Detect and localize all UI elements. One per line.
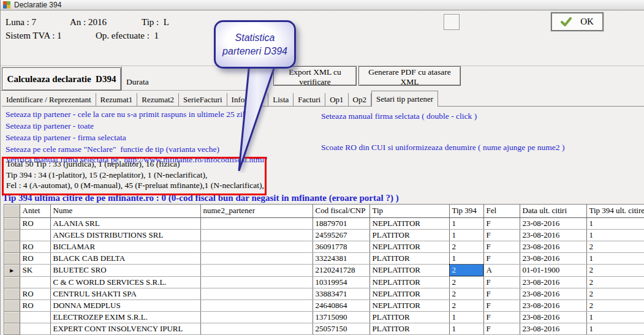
table-cell[interactable] (200, 288, 313, 299)
table-cell[interactable]: 2 (586, 264, 644, 276)
row-selector[interactable] (4, 299, 20, 311)
row-selector-current[interactable]: ► (4, 264, 20, 276)
table-cell[interactable]: 23-08-2016 (520, 229, 586, 241)
export-xml-button[interactable]: Export XML cu verificare (273, 66, 357, 86)
table-cell[interactable]: 25057150 (313, 323, 369, 334)
table-cell[interactable] (200, 276, 313, 288)
table-cell[interactable]: ANGELS DISTRIBUTIONS SRL (50, 229, 200, 241)
tab-seriefacturi[interactable]: SerieFacturi (179, 93, 227, 106)
column-header[interactable]: Data ult. citiri (520, 205, 586, 217)
table-cell[interactable]: BICLAMAR (50, 241, 200, 252)
link-set-partner-all[interactable]: Seteaza tip partener - toate (6, 121, 94, 131)
table-cell[interactable]: 1 (449, 311, 483, 323)
table-cell[interactable] (200, 229, 313, 241)
table-cell[interactable]: F (483, 288, 520, 299)
table-cell[interactable]: 2 (586, 299, 644, 311)
table-cell[interactable]: RO (20, 252, 50, 264)
table-cell[interactable]: F (483, 311, 520, 323)
table-cell[interactable] (200, 311, 313, 323)
table-cell[interactable]: 18879701 (313, 217, 369, 229)
row-selector[interactable] (4, 229, 20, 241)
table-cell[interactable]: 2120241728 (313, 264, 369, 276)
table-cell[interactable]: F (483, 323, 520, 334)
table-cell[interactable]: NEPLATITOR (369, 264, 449, 276)
row-selector[interactable] (4, 323, 20, 334)
ok-button[interactable]: OK (551, 12, 604, 31)
table-cell[interactable]: 2 (586, 241, 644, 252)
tab-op2[interactable]: Op2 (349, 93, 371, 106)
tab-facturi[interactable]: Facturi (294, 93, 325, 106)
table-cell[interactable]: RO (20, 241, 50, 252)
table-cell[interactable]: PLATITOR (369, 252, 449, 264)
generate-pdf-button[interactable]: Generare PDF cu atasare XML (358, 66, 461, 86)
table-cell[interactable]: PLATITOR (369, 311, 449, 323)
selected-cell[interactable]: 2 (449, 264, 483, 276)
table-cell[interactable] (200, 241, 313, 252)
table-cell[interactable]: RO (20, 299, 50, 311)
table-cell[interactable]: 2 (449, 276, 483, 288)
table-cell[interactable]: RO (20, 288, 50, 299)
tab-rezumat1[interactable]: Rezumat1 (96, 93, 138, 106)
link-set-neclare[interactable]: Seteaza pe cele ramase "Neclare" functie… (6, 145, 219, 154)
table-cell[interactable]: 1 (449, 229, 483, 241)
table-cell[interactable]: 2 (586, 288, 644, 299)
column-header[interactable]: Tip 394 ult. citire (586, 205, 644, 217)
link-set-manual-firm[interactable]: Seteaza manual firma selctata ( double -… (321, 111, 477, 121)
table-cell[interactable]: BLACK CAB DELTA (50, 252, 200, 264)
table-cell[interactable]: NEPLATITOR (369, 276, 449, 288)
row-selector[interactable] (4, 311, 20, 323)
column-header[interactable]: Fel (483, 205, 520, 217)
table-cell[interactable]: EXPERT CONT INSOLVENCY IPURL (50, 323, 200, 334)
table-cell[interactable]: 2 (449, 299, 483, 311)
row-selector[interactable] (4, 288, 20, 299)
table-cell[interactable] (200, 264, 313, 276)
table-cell[interactable]: 23-08-2016 (520, 299, 586, 311)
small-checkbox[interactable] (444, 14, 460, 30)
link-remove-ro-cui[interactable]: Scoate RO din CUI si uniformizeaza denum… (321, 143, 564, 152)
table-cell[interactable] (20, 229, 50, 241)
table-cell[interactable]: F (483, 299, 520, 311)
column-header[interactable]: Tip 394 (449, 205, 483, 217)
row-selector[interactable] (4, 217, 20, 229)
table-cell[interactable]: 1 (586, 217, 644, 229)
table-cell[interactable]: 2 (449, 241, 483, 252)
table-cell[interactable]: DONNA MEDPLUS (50, 299, 200, 311)
table-cell[interactable] (20, 323, 50, 334)
table-cell[interactable]: 13715090 (313, 311, 369, 323)
table-cell[interactable]: 2 (449, 288, 483, 299)
table-cell[interactable] (200, 323, 313, 334)
tab-rezumat2[interactable]: Rezumat2 (137, 93, 179, 106)
table-cell[interactable]: 23-08-2016 (520, 323, 586, 334)
table-cell[interactable]: A (483, 264, 520, 276)
table-cell[interactable] (200, 217, 313, 229)
table-cell[interactable]: BLUETEC SRO (50, 264, 200, 276)
table-cell[interactable]: NEPLATITOR (369, 288, 449, 299)
tab-op1[interactable]: Op1 (325, 93, 348, 106)
table-cell[interactable]: ELECTROZEP EXIM S.R.L. (50, 311, 200, 323)
table-cell[interactable]: 33883471 (313, 288, 369, 299)
table-cell[interactable]: 23-08-2016 (520, 288, 586, 299)
table-cell[interactable]: F (483, 252, 520, 264)
table-cell[interactable]: SK (20, 264, 50, 276)
column-header[interactable]: Cod fiscal/CNP (313, 205, 369, 217)
table-cell[interactable]: 23-08-2016 (520, 217, 586, 229)
table-cell[interactable] (200, 252, 313, 264)
table-cell[interactable]: CENTRUL SHAKTI SPA (50, 288, 200, 299)
table-cell[interactable]: 1 (586, 252, 644, 264)
table-cell[interactable]: 33224381 (313, 252, 369, 264)
table-cell[interactable]: 2 (586, 276, 644, 288)
table-cell[interactable]: 24640864 (313, 299, 369, 311)
table-cell[interactable]: 01-01-1900 (520, 264, 586, 276)
table-cell[interactable]: 23-08-2016 (520, 311, 586, 323)
table-cell[interactable]: 23-08-2016 (520, 241, 586, 252)
column-header[interactable]: Tip (369, 205, 449, 217)
table-cell[interactable] (20, 276, 50, 288)
table-cell[interactable]: 23-08-2016 (520, 276, 586, 288)
table-cell[interactable]: 36091778 (313, 241, 369, 252)
tab-informatii[interactable]: Informatii (227, 93, 269, 106)
link-set-partner-selected[interactable]: Seteaza tip partener - firma selectata (6, 133, 126, 143)
table-cell[interactable]: NEPLATITOR (369, 241, 449, 252)
table-cell[interactable]: NEPLATITOR (369, 299, 449, 311)
table-cell[interactable]: C & C WORLD SERVICES S.R.L. (50, 276, 200, 288)
table-cell[interactable]: ALANIA SRL (50, 217, 200, 229)
